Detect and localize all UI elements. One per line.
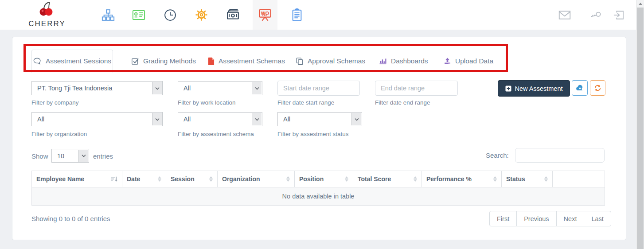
scrollbar-up-arrow-icon[interactable] <box>636 0 644 8</box>
table-header-row: Employee Name Date Session <box>32 171 605 187</box>
id-card-icon[interactable] <box>126 0 151 30</box>
work-location-select[interactable]: All <box>178 81 262 95</box>
refresh-icon <box>594 84 601 92</box>
tab-label: Dashboards <box>391 57 428 65</box>
clock-icon[interactable] <box>158 0 183 30</box>
chevron-down-icon <box>78 150 88 162</box>
whiteboard-assessment-icon[interactable]: WO <box>253 0 277 30</box>
tab-upload-data[interactable]: Upload Data <box>444 50 493 72</box>
tab-label: Assestment Sessions <box>46 57 111 65</box>
col-position[interactable]: Position <box>295 171 353 187</box>
assestment-status-filter-label: Filter by assestment status <box>277 131 349 137</box>
cherry-logo-icon <box>38 1 56 18</box>
sort-icon <box>544 176 548 182</box>
tab-label: Grading Methods <box>143 57 196 65</box>
bar-chart-icon <box>379 57 387 65</box>
refresh-button[interactable] <box>590 80 605 96</box>
empty-message: No data available in table <box>32 187 605 206</box>
search-input[interactable] <box>515 148 605 163</box>
clipboard-icon[interactable] <box>285 0 309 30</box>
organization-select-value: All <box>37 116 44 123</box>
end-date-input[interactable] <box>375 81 458 96</box>
tab-dashboards[interactable]: Dashboards <box>379 50 428 72</box>
gear-icon[interactable] <box>189 0 214 30</box>
pagination-last-button[interactable]: Last <box>584 211 611 226</box>
assestment-schema-select-value: All <box>183 116 191 123</box>
date-start-filter-label: Filter date start range <box>277 99 334 106</box>
tab-label: Upload Data <box>455 57 493 65</box>
chevron-down-icon <box>152 113 162 125</box>
col-total-score[interactable]: Total Score <box>353 171 422 187</box>
work-location-filter-label: Filter by work location <box>178 99 236 106</box>
pagination-next-button[interactable]: Next <box>556 211 585 226</box>
top-navbar: CHERRY <box>0 0 636 30</box>
new-assestment-button[interactable]: New Assestment <box>498 80 570 97</box>
company-select-value: PT. Tong Tji Tea Indonesia <box>37 85 112 92</box>
scrollbar-thumb[interactable] <box>637 8 644 249</box>
col-employee-name[interactable]: Employee Name <box>32 171 122 187</box>
tab-assestment-schemas[interactable]: Assestment Schemas <box>208 50 285 72</box>
tab-label: Assestment Schemas <box>219 57 285 65</box>
brand-name: CHERRY <box>25 19 69 28</box>
brand-logo[interactable]: CHERRY <box>25 1 69 28</box>
file-red-icon <box>208 57 215 65</box>
page-size-select[interactable]: 10 <box>51 149 89 163</box>
assessment-panel: Assestment Sessions Grading Methods Asse… <box>12 37 626 240</box>
key-icon[interactable] <box>583 0 608 30</box>
assestment-status-select-value: All <box>283 116 290 123</box>
sort-icon <box>158 176 161 182</box>
plus-square-icon <box>505 86 511 92</box>
chevron-down-icon <box>252 82 262 94</box>
page-scrollbar[interactable] <box>636 0 644 249</box>
cloud-download-icon <box>576 85 584 91</box>
show-label: Show <box>31 152 48 160</box>
assessment-table: Employee Name Date Session <box>31 171 605 206</box>
sort-icon <box>345 176 348 182</box>
work-location-select-value: All <box>183 85 191 92</box>
organization-filter-label: Filter by organization <box>31 131 87 137</box>
chevron-down-icon <box>152 82 162 94</box>
assestment-schema-select[interactable]: All <box>178 112 262 126</box>
assestment-schema-filter-label: Filter by assestment schema <box>178 131 254 137</box>
col-actions <box>553 171 605 187</box>
pagination: First Previous Next Last <box>489 211 611 226</box>
tab-approval-schemas[interactable]: Approval Schemas <box>296 50 365 72</box>
mail-icon[interactable] <box>552 0 577 30</box>
col-organization[interactable]: Organization <box>218 171 295 187</box>
pagination-previous-button[interactable]: Previous <box>516 211 556 226</box>
entries-summary: Showing 0 to 0 of 0 entries <box>31 215 110 222</box>
logout-icon[interactable] <box>606 0 631 30</box>
sort-icon <box>414 176 417 182</box>
entries-label: entries <box>93 152 113 160</box>
sort-icon <box>209 176 213 182</box>
new-assestment-label: New Assestment <box>515 85 563 92</box>
chevron-down-icon <box>252 113 262 125</box>
comments-icon <box>33 57 42 66</box>
col-session[interactable]: Session <box>166 171 218 187</box>
tab-grading-methods[interactable]: Grading Methods <box>131 50 196 72</box>
sort-icon <box>286 176 290 182</box>
start-date-input[interactable] <box>277 81 360 96</box>
pagination-first-button[interactable]: First <box>489 211 517 226</box>
col-date[interactable]: Date <box>122 171 166 187</box>
empty-row: No data available in table <box>32 187 605 206</box>
upload-icon <box>444 57 451 65</box>
assestment-status-select[interactable]: All <box>277 112 362 126</box>
sitemap-icon[interactable] <box>96 0 121 30</box>
col-performance[interactable]: Performance % <box>422 171 502 187</box>
tab-label: Approval Schemas <box>308 57 365 65</box>
col-status[interactable]: Status <box>502 171 553 187</box>
copy-icon <box>296 57 304 65</box>
page-size-value: 10 <box>57 152 64 160</box>
company-select[interactable]: PT. Tong Tji Tea Indonesia <box>31 81 163 95</box>
search-label: Search: <box>486 152 509 159</box>
check-square-icon <box>131 57 139 65</box>
sort-icon <box>493 176 497 182</box>
cloud-download-button[interactable] <box>572 80 588 96</box>
organization-select[interactable]: All <box>31 112 163 126</box>
sort-amount-asc-icon <box>111 176 117 182</box>
money-icon[interactable] <box>220 0 245 30</box>
company-filter-label: Filter by company <box>31 99 79 106</box>
date-end-filter-label: Filter date end range <box>375 99 430 106</box>
tab-assestment-sessions[interactable]: Assestment Sessions <box>31 50 113 73</box>
